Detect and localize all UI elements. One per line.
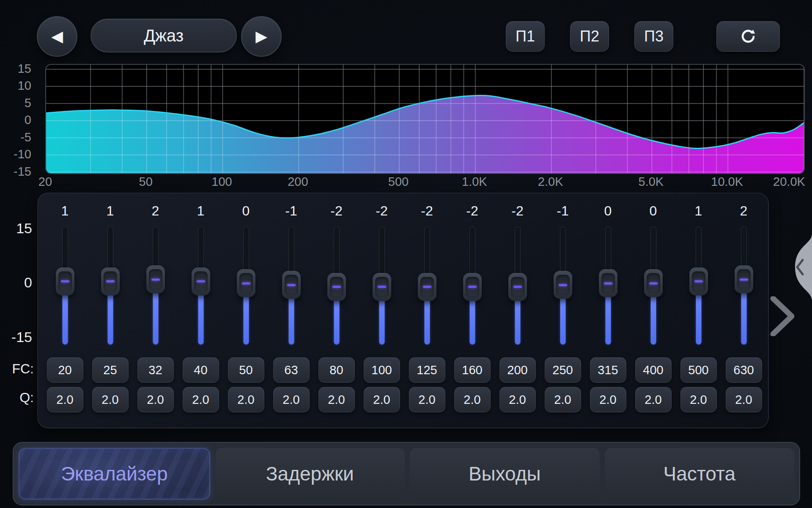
slider-thumb[interactable] <box>327 273 346 301</box>
band-fc-cell: 315 <box>585 357 631 383</box>
fc-value-button[interactable]: 25 <box>92 357 129 383</box>
band-slider[interactable] <box>540 220 585 352</box>
slider-fill <box>198 293 203 345</box>
tab-frequency[interactable]: Частота <box>605 448 795 500</box>
band-gain-value: -2 <box>330 203 342 219</box>
tab-delays[interactable]: Задержки <box>215 448 405 500</box>
fc-value-button[interactable]: 63 <box>273 357 310 383</box>
fc-value-button[interactable]: 20 <box>47 357 83 383</box>
slider-thumb[interactable] <box>599 269 617 297</box>
band-slider[interactable] <box>42 220 88 352</box>
fc-value-button[interactable]: 32 <box>137 357 174 383</box>
slider-thumb[interactable] <box>418 273 436 301</box>
fc-value-button[interactable]: 50 <box>228 357 264 383</box>
band-q-cell: 2.0 <box>540 387 585 412</box>
q-value-button[interactable]: 2.0 <box>454 387 491 412</box>
band-gain-cell: 1 <box>88 202 133 220</box>
band-slider[interactable] <box>721 220 766 352</box>
q-value-button[interactable]: 2.0 <box>726 387 762 412</box>
tab-label: Частота <box>663 462 735 485</box>
q-value-button[interactable]: 2.0 <box>318 387 355 412</box>
slider-thumb-inner <box>647 273 660 293</box>
band-slider[interactable] <box>88 220 133 352</box>
band-gain-value: 1 <box>197 203 205 219</box>
slider-thumb-dash <box>151 279 160 281</box>
fc-value-button[interactable]: 40 <box>183 357 219 383</box>
q-value-button[interactable]: 2.0 <box>409 387 445 412</box>
band-slider[interactable] <box>585 220 631 352</box>
band-slider[interactable] <box>631 220 676 352</box>
next-bands-button[interactable] <box>770 296 795 336</box>
q-value-button[interactable]: 2.0 <box>635 387 672 412</box>
band-fc-cell: 160 <box>450 357 495 383</box>
q-value-button[interactable]: 2.0 <box>183 387 219 412</box>
band-q-cell: 2.0 <box>42 387 88 412</box>
fc-value-button[interactable]: 500 <box>680 357 717 383</box>
band-fc-cell: 20 <box>42 357 88 383</box>
next-preset-button[interactable]: ▶ <box>241 16 282 57</box>
slider-scale-max-label: 15 <box>0 220 32 237</box>
fc-value-button[interactable]: 250 <box>545 357 581 383</box>
side-drawer-handle[interactable] <box>788 235 812 300</box>
y-axis-tick-label: -15 <box>0 165 31 178</box>
band-slider[interactable] <box>676 220 721 352</box>
fc-value-button[interactable]: 200 <box>499 357 536 383</box>
band-slider[interactable] <box>404 220 450 352</box>
prev-preset-button[interactable]: ◀ <box>37 16 77 57</box>
slider-thumb-dash <box>197 280 205 282</box>
band-q-cell: 2.0 <box>676 387 721 412</box>
slider-thumb[interactable] <box>554 271 572 299</box>
band-fc-cell: 50 <box>223 357 269 383</box>
band-gain-cell: 1 <box>676 202 721 220</box>
q-value-button[interactable]: 2.0 <box>590 387 626 412</box>
preset-memory-button-2[interactable]: П2 <box>570 21 609 52</box>
fc-value-button[interactable]: 100 <box>364 357 400 383</box>
band-slider[interactable] <box>178 220 223 352</box>
q-value-button[interactable]: 2.0 <box>228 387 264 412</box>
band-slider[interactable] <box>359 220 404 352</box>
fc-value-button[interactable]: 400 <box>635 357 672 383</box>
fc-value-button[interactable]: 160 <box>454 357 491 383</box>
q-value-button[interactable]: 2.0 <box>680 387 717 412</box>
q-value-button[interactable]: 2.0 <box>364 387 400 412</box>
preset-memory-button-3[interactable]: П3 <box>634 21 673 52</box>
band-gain-value: 2 <box>740 203 748 219</box>
slider-thumb[interactable] <box>463 273 482 301</box>
slider-thumb[interactable] <box>282 271 301 299</box>
fc-value-button[interactable]: 630 <box>726 357 762 383</box>
q-value-button[interactable]: 2.0 <box>92 387 129 412</box>
band-gain-cell: -2 <box>314 202 359 220</box>
band-q-cell: 2.0 <box>450 387 495 412</box>
fc-value-button[interactable]: 80 <box>318 357 355 383</box>
slider-thumb[interactable] <box>735 265 753 293</box>
q-value-button[interactable]: 2.0 <box>47 387 83 412</box>
q-value-button[interactable]: 2.0 <box>137 387 174 412</box>
slider-thumb-inner <box>285 275 298 295</box>
band-slider[interactable] <box>223 220 269 352</box>
slider-thumb[interactable] <box>237 269 255 297</box>
band-slider[interactable] <box>314 220 359 352</box>
fc-value-button[interactable]: 125 <box>409 357 445 383</box>
band-fc-cell: 63 <box>269 357 314 383</box>
slider-thumb[interactable] <box>146 265 165 293</box>
band-slider[interactable] <box>495 220 540 352</box>
q-value-button[interactable]: 2.0 <box>545 387 581 412</box>
band-slider[interactable] <box>133 220 178 352</box>
slider-thumb[interactable] <box>192 268 210 295</box>
preset-selector[interactable]: Джаз <box>91 19 237 52</box>
slider-thumb[interactable] <box>508 273 527 301</box>
tab-equalizer[interactable]: Эквалайзер <box>19 448 210 500</box>
band-slider[interactable] <box>269 220 314 352</box>
tab-outputs[interactable]: Выходы <box>410 448 600 500</box>
slider-thumb[interactable] <box>373 273 391 301</box>
q-value-button[interactable]: 2.0 <box>499 387 536 412</box>
slider-thumb[interactable] <box>101 268 120 295</box>
preset-memory-button-1[interactable]: П1 <box>506 21 545 52</box>
q-value-button[interactable]: 2.0 <box>273 387 310 412</box>
slider-thumb[interactable] <box>644 269 663 297</box>
band-slider[interactable] <box>450 220 495 352</box>
reset-button[interactable] <box>716 21 780 52</box>
fc-value-button[interactable]: 315 <box>590 357 626 383</box>
slider-thumb[interactable] <box>56 268 74 295</box>
slider-thumb[interactable] <box>689 268 708 295</box>
